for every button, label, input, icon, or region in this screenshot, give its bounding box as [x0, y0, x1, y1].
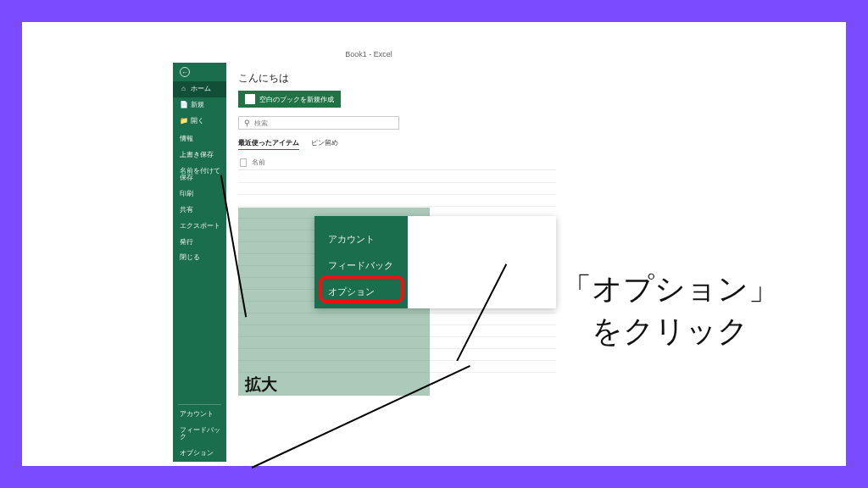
sidebar-label: エクスポート: [180, 223, 220, 230]
sidebar-item-home[interactable]: ⌂ ホーム: [173, 81, 226, 97]
sidebar-divider: [178, 404, 221, 405]
popup-body: [408, 216, 556, 308]
sidebar-label: 名前を付けて保存: [180, 168, 221, 183]
sidebar-item-publish[interactable]: 発行: [173, 235, 226, 251]
sidebar-item-options[interactable]: オプション: [173, 446, 226, 462]
annotation-line2: をクリック: [561, 310, 779, 352]
column-name: 名前: [252, 158, 265, 167]
sidebar-item-new[interactable]: 📄 新規: [173, 97, 226, 114]
new-blank-button[interactable]: 空白のブックを新規作成: [238, 91, 341, 108]
window-title: Book1 - Excel: [345, 50, 392, 58]
zoom-label: 拡大: [245, 374, 277, 396]
sidebar-item-open[interactable]: 📁 開く: [173, 114, 226, 130]
annotation-text: 「オプション」 をクリック: [561, 268, 779, 353]
sidebar-item-feedback[interactable]: フィードバック: [173, 423, 226, 446]
sidebar-item-info[interactable]: 情報: [173, 131, 226, 147]
list-item[interactable]: [238, 195, 556, 207]
sidebar-label: 新規: [191, 102, 204, 109]
new-blank-label: 空白のブックを新規作成: [259, 95, 334, 104]
sidebar-label: フィードバック: [180, 427, 221, 442]
folder-icon: 📁: [180, 118, 187, 125]
popup-item-account[interactable]: アカウント: [314, 226, 408, 252]
back-arrow-icon: ←: [180, 67, 190, 77]
sidebar-item-print[interactable]: 印刷: [173, 186, 226, 202]
sidebar-label: 印刷: [180, 191, 193, 198]
recent-tabs: 最近使ったアイテム ピン留め: [238, 138, 556, 150]
sidebar-item-account[interactable]: アカウント: [173, 407, 226, 423]
list-item[interactable]: [238, 171, 556, 183]
list-item[interactable]: [238, 183, 556, 195]
backstage-sidebar: ← ⌂ ホーム 📄 新規 📁 開く 情報 上書き保存 名前を付けて保存 印刷 共…: [173, 63, 226, 462]
sidebar-label: ホーム: [191, 86, 211, 93]
home-icon: ⌂: [180, 86, 187, 93]
annotation-line1: 「オプション」: [561, 268, 779, 310]
tutorial-frame: Book1 - Excel ← ⌂ ホーム 📄 新規 📁 開く 情報 上書き保存…: [22, 22, 846, 466]
search-placeholder: 検索: [254, 119, 268, 128]
new-icon: 📄: [180, 102, 187, 109]
popup-item-options[interactable]: オプション: [314, 279, 408, 305]
zoom-popup: アカウント フィードバック オプション: [314, 216, 556, 308]
sidebar-label: アカウント: [180, 411, 214, 419]
sidebar-item-share[interactable]: 共有: [173, 202, 226, 219]
title-bar: Book1 - Excel: [173, 47, 565, 63]
sidebar-label: 共有: [180, 207, 193, 214]
search-icon: ⚲: [244, 119, 250, 127]
popup-item-feedback[interactable]: フィードバック: [314, 252, 408, 279]
back-button[interactable]: ←: [173, 63, 226, 81]
tab-recent[interactable]: 最近使ったアイテム: [238, 138, 299, 150]
greeting-text: こんにちは: [238, 71, 556, 86]
sidebar-label: オプション: [180, 450, 214, 458]
search-input[interactable]: ⚲ 検索: [238, 116, 399, 130]
sidebar-label: 上書き保存: [180, 152, 214, 159]
sidebar-label: 情報: [180, 136, 193, 143]
document-icon: [240, 158, 247, 167]
sidebar-item-export[interactable]: エクスポート: [173, 219, 226, 235]
sidebar-label: 閉じる: [180, 254, 200, 262]
tab-pinned[interactable]: ピン留め: [311, 138, 338, 150]
sidebar-item-close[interactable]: 閉じる: [173, 250, 226, 266]
sidebar-label: 発行: [180, 239, 193, 247]
popup-sidebar: アカウント フィードバック オプション: [314, 216, 408, 308]
sidebar-item-save-as[interactable]: 名前を付けて保存: [173, 164, 226, 187]
sidebar-label: 開く: [191, 118, 204, 125]
list-header: 名前: [238, 155, 556, 170]
blank-thumbnail-icon: [245, 94, 255, 104]
sidebar-item-save[interactable]: 上書き保存: [173, 147, 226, 164]
